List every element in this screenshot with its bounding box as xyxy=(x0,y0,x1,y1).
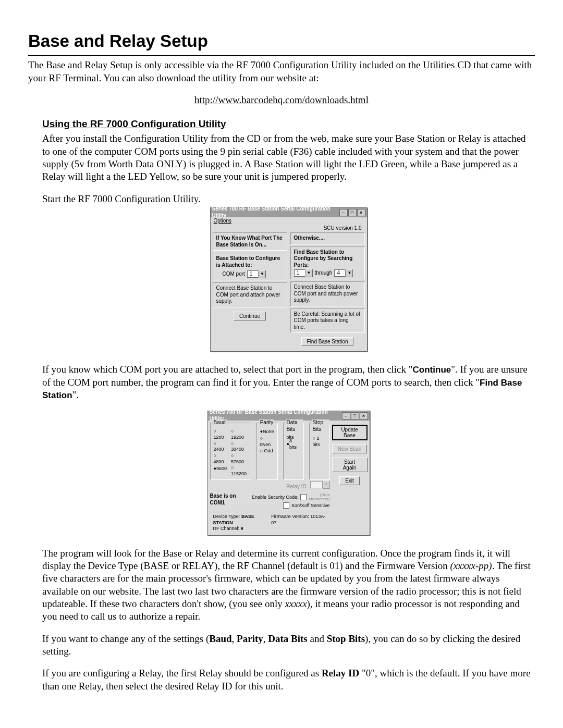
win1-right-find-a: Find Base Station to xyxy=(294,249,345,255)
stopbits-group[interactable]: Stop Bits 1 bit2 bits xyxy=(309,423,330,480)
para-after-install: After you install the Configuration Util… xyxy=(42,132,535,183)
find-base-station-button[interactable]: Find Base Station xyxy=(301,337,354,346)
radio-option[interactable]: 9600 xyxy=(214,465,227,472)
radio-option[interactable]: 4800 xyxy=(214,453,227,465)
para-change: If you want to change any of the setting… xyxy=(42,633,535,658)
new-scan-button[interactable]: New Scan xyxy=(332,445,368,453)
page-title: Base and Relay Setup xyxy=(28,30,535,52)
fw-token2: xxxxx xyxy=(285,598,307,609)
base-on-com: Base is onCOM1 xyxy=(210,493,236,506)
databits-bold: Data Bits xyxy=(268,633,307,644)
win1-right-note: Connect Base Station to COM port and att… xyxy=(290,281,365,306)
baud-label: Baud xyxy=(213,419,227,426)
para-program: The program will look for the Base or Re… xyxy=(42,547,535,623)
para-relay: If you are configuring a Relay, the firs… xyxy=(42,667,535,693)
radio-option[interactable]: 115200 xyxy=(231,465,248,477)
section-heading: Using the RF 7000 Configuration Utility xyxy=(42,118,535,130)
parity-label: Parity xyxy=(259,419,275,426)
com-port-select[interactable]: 1 ▼ xyxy=(247,270,266,278)
para-program-a: The program will look for the Base or Re… xyxy=(42,548,510,571)
para-start-utility: Start the RF 7000 Configuration Utility. xyxy=(42,193,535,205)
win1-right-find-b: Configure by Searching xyxy=(294,255,353,261)
parity-bold: Parity xyxy=(237,633,263,644)
security-label: Enable Security Code: xyxy=(252,495,299,501)
range-to-select[interactable]: 4 ▼ xyxy=(334,269,353,277)
baud-bold: Baud xyxy=(209,633,231,644)
radio-option[interactable]: 2400 xyxy=(214,441,227,453)
screenshot-config-dialog: Series 700 RF Base Station Serial Config… xyxy=(207,411,370,536)
relay-id-select[interactable]: ▼ xyxy=(310,481,330,488)
fw-token1: (xxxxx-pp) xyxy=(450,560,492,571)
para-change-a: If you want to change any of the setting… xyxy=(42,633,209,644)
para-relay-a: If you are configuring a Relay, the firs… xyxy=(42,668,322,678)
security-checkbox[interactable] xyxy=(300,494,307,500)
minimize-icon[interactable]: – xyxy=(342,412,350,419)
data-label: Data Bits xyxy=(286,419,303,433)
update-base-button[interactable]: Update Base xyxy=(332,425,368,440)
radio-option[interactable]: 57600 xyxy=(231,453,248,465)
radio-option[interactable]: Odd xyxy=(260,448,274,454)
radio-option[interactable]: 19200 xyxy=(231,428,248,440)
baud-col1: 1200240048009600 xyxy=(214,428,227,477)
range-mid-label: through xyxy=(315,270,333,277)
baud-group[interactable]: Baud 1200240048009600 192003840057600115… xyxy=(210,423,251,480)
win1-version: SCU version 1.0 xyxy=(211,225,367,232)
para-know-c: ". xyxy=(72,389,79,400)
chevron-down-icon[interactable]: ▼ xyxy=(346,269,353,277)
parity-group[interactable]: Parity NoneEvenOdd xyxy=(256,423,278,480)
title-rule xyxy=(28,55,535,56)
win1-left-heading: If You Know What Port The Base Station I… xyxy=(213,232,287,251)
para-know-a: If you know which COM port you are attac… xyxy=(42,364,413,375)
rfchannel-label: RF Channel: xyxy=(213,526,240,531)
range-to-value: 4 xyxy=(334,269,346,277)
download-link[interactable]: http://www.barcodehq.com/downloads.html xyxy=(194,94,369,105)
exit-button[interactable]: Exit xyxy=(339,476,360,485)
win1-right-warn: Be Careful: Scanning a lot of COM ports … xyxy=(290,309,365,334)
intro-paragraph: The Base and Relay Setup is only accessi… xyxy=(28,59,535,84)
radio-option[interactable]: 38400 xyxy=(231,441,248,453)
continue-button[interactable]: Continue xyxy=(234,312,266,320)
relay-id-label: Relay ID xyxy=(286,484,306,489)
minimize-icon[interactable]: – xyxy=(339,209,348,216)
win1-right-find: Find Base Station to Configure by Search… xyxy=(290,246,365,280)
radio-option[interactable]: Even xyxy=(260,436,274,448)
baud-col2: 192003840057600115200 xyxy=(231,428,248,477)
win1-left-attach: Base Station to Configure is Attached to… xyxy=(213,253,287,280)
radio-option[interactable]: None xyxy=(260,428,274,436)
win1-left-note: Connect Base Station to COM port and att… xyxy=(213,282,287,307)
rfchannel-value: 9 xyxy=(241,526,243,531)
screenshot-port-dialog: Series 700 RF Base Station Serial Config… xyxy=(210,207,368,352)
maximize-icon[interactable]: □ xyxy=(351,412,359,419)
win1-right-find-c: Ports: xyxy=(294,262,309,268)
fw-label: Firmware Version: xyxy=(271,514,309,519)
close-icon[interactable]: × xyxy=(360,412,368,419)
parity-col: NoneEvenOdd xyxy=(260,428,274,454)
xon-row: Xon/Xoff Sensitive xyxy=(252,502,330,509)
radio-option[interactable]: 1200 xyxy=(214,428,227,440)
xon-label: Xon/Xoff Sensitive xyxy=(291,503,329,509)
download-link-row: http://www.barcodehq.com/downloads.html xyxy=(28,94,535,106)
chevron-down-icon[interactable]: ▼ xyxy=(305,269,313,277)
stop-label: Stop Bits xyxy=(312,419,329,433)
chevron-down-icon[interactable]: ▼ xyxy=(259,270,266,278)
radio-option[interactable]: 2 bits xyxy=(313,436,326,448)
xon-checkbox[interactable] xyxy=(283,502,289,509)
stopbits-bold: Stop Bits xyxy=(327,633,365,644)
win1-title: Series 700 RF Base Station Serial Config… xyxy=(212,206,339,219)
maximize-icon[interactable]: □ xyxy=(348,209,357,216)
win2-footer: Device Type: BASE STATION RF Channel: 9 … xyxy=(211,512,329,532)
databits-group[interactable]: Data Bits 7 bits8 bits xyxy=(283,423,304,480)
range-from-select[interactable]: 1 ▼ xyxy=(294,269,313,277)
chevron-down-icon[interactable]: ▼ xyxy=(323,480,330,489)
continue-bold: Continue xyxy=(413,365,451,375)
win1-right-heading: Otherwise.... xyxy=(290,232,365,244)
radio-option[interactable]: 8 bits xyxy=(287,441,300,448)
range-from-value: 1 xyxy=(294,269,305,277)
security-row: Enable Security Code: (Sets characters) xyxy=(252,493,330,501)
relay-id-value xyxy=(310,481,323,488)
close-icon[interactable]: × xyxy=(357,209,365,216)
win1-left-attach-b: is Attached to: xyxy=(216,262,252,268)
menu-options[interactable]: Options xyxy=(214,218,231,224)
win1-left-attach-a: Base Station to Configure xyxy=(216,255,280,261)
start-again-button[interactable]: Start Again xyxy=(332,458,368,472)
